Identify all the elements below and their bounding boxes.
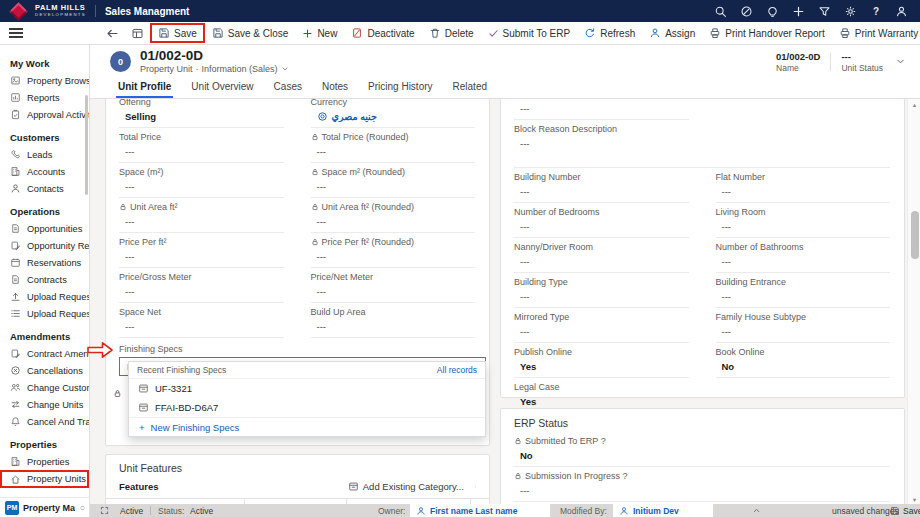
main-scrollbar[interactable]: ▲ ▼ xyxy=(907,99,920,505)
sidebar-item-reservations[interactable]: Reservations xyxy=(0,254,89,271)
more-vertical-icon[interactable] xyxy=(470,481,481,492)
field-value[interactable]: --- xyxy=(716,217,891,238)
save-and-close-button[interactable]: Save & Close xyxy=(205,22,296,44)
field-value-currency[interactable]: جنيه مصري xyxy=(311,107,476,128)
field-value[interactable]: --- xyxy=(514,287,689,308)
field-value[interactable]: --- xyxy=(311,282,476,303)
deactivate-button[interactable]: Deactivate xyxy=(344,22,421,44)
sidebar-item-upload-requests[interactable]: Upload Requests xyxy=(0,288,89,305)
tab-unit-profile[interactable]: Unit Profile xyxy=(108,78,181,99)
sidebar-scrollbar[interactable] xyxy=(85,95,88,195)
scroll-up-arrow[interactable]: ▲ xyxy=(908,99,920,110)
scrollbar-thumb[interactable] xyxy=(911,211,919,259)
field-value[interactable]: --- xyxy=(119,317,284,338)
sidebar-item-approval-activities[interactable]: Approval Activities xyxy=(0,106,89,123)
field-value[interactable]: --- xyxy=(119,142,284,163)
sidebar-item-properties[interactable]: Properties xyxy=(0,453,89,470)
lock-icon xyxy=(311,203,319,211)
sidebar-item-property-browser[interactable]: Property Browser xyxy=(0,72,89,89)
header-field-name: 01/002-0D Name xyxy=(776,51,820,73)
form-selector[interactable]: Information (Sales) xyxy=(202,64,278,74)
sidebar-item-upload-request-templates[interactable]: Upload Request T... xyxy=(0,305,89,322)
submit-to-erp-button[interactable]: Submit To ERP xyxy=(481,22,578,44)
field-value[interactable]: --- xyxy=(119,247,284,268)
footer-save-button[interactable]: Save xyxy=(890,504,920,517)
field-value[interactable]: --- xyxy=(514,322,689,343)
app-window: PALM HILLS DEVELOPMENTS Sales Managment … xyxy=(0,0,920,517)
circle-slash-icon[interactable] xyxy=(740,5,753,18)
search-icon[interactable] xyxy=(714,5,727,18)
save-button[interactable]: Save xyxy=(150,23,205,43)
field-value[interactable]: --- xyxy=(716,287,891,308)
lookup-result-uf-3321[interactable]: UF-3321 xyxy=(129,379,485,398)
sidebar-item-contacts[interactable]: Contacts xyxy=(0,180,89,197)
owner-link[interactable]: First name Last name xyxy=(430,506,517,516)
sidebar-item-cancellations[interactable]: Cancellations xyxy=(0,362,89,379)
delete-button[interactable]: Delete xyxy=(422,22,481,44)
lookup-result-ffai-bd-d6a7[interactable]: FFAI-BD-D6A7 xyxy=(129,398,485,417)
field-value-publish-online[interactable]: Yes xyxy=(514,357,689,378)
back-button[interactable] xyxy=(100,22,125,44)
add-existing-category-button[interactable]: Add Existing Category... xyxy=(348,481,464,492)
sidebar-item-opportunity-requests[interactable]: Opportunity Requ... xyxy=(0,237,89,254)
brand-logo[interactable]: PALM HILLS DEVELOPMENTS xyxy=(35,4,86,17)
gear-icon[interactable] xyxy=(844,5,857,18)
area-switcher[interactable]: PM Property Manage... xyxy=(0,497,90,517)
tab-related[interactable]: Related xyxy=(443,78,497,99)
field-value[interactable]: --- xyxy=(716,252,891,273)
field-value-block-reason[interactable]: --- xyxy=(514,134,890,168)
tab-cases[interactable]: Cases xyxy=(264,78,312,99)
print-handover-report-button[interactable]: Print Handover Report xyxy=(702,22,832,44)
assign-button[interactable]: Assign xyxy=(642,22,702,44)
details-section-card: --- Block Reason Description --- Buildin… xyxy=(500,99,905,398)
sidebar-item-contract-amendments[interactable]: Contract Amendm... xyxy=(0,345,89,362)
printer-icon xyxy=(839,27,851,39)
sidebar-item-cancel-and-transfer[interactable]: Cancel And Transf... xyxy=(0,413,89,430)
tab-pricing-history[interactable]: Pricing History xyxy=(358,78,442,99)
field-value[interactable]: --- xyxy=(514,217,689,238)
expand-icon[interactable] xyxy=(100,506,109,515)
field-value-offering[interactable]: Selling xyxy=(119,107,284,128)
field-value-partial[interactable]: --- xyxy=(514,99,689,120)
tab-notes[interactable]: Notes xyxy=(312,78,358,99)
collapse-caret-icon[interactable] xyxy=(752,506,761,515)
modified-by-link[interactable]: Initium Dev xyxy=(633,506,679,516)
filter-icon[interactable] xyxy=(818,5,831,18)
field-value[interactable]: --- xyxy=(119,282,284,303)
sidebar-item-contracts[interactable]: Contracts xyxy=(0,271,89,288)
header-expand-chevron-icon[interactable] xyxy=(895,56,906,67)
quick-create-plus-icon[interactable] xyxy=(792,5,805,18)
help-icon[interactable]: ? xyxy=(870,6,882,17)
sidebar-item-change-units[interactable]: Change Units xyxy=(0,396,89,413)
hamburger-menu-icon[interactable] xyxy=(9,26,23,40)
lightbulb-icon[interactable] xyxy=(766,5,779,18)
field-value[interactable]: --- xyxy=(716,182,891,203)
chevron-down-icon[interactable] xyxy=(281,65,289,73)
field-value-book-online[interactable]: No xyxy=(716,357,891,378)
sidebar-item-property-units[interactable]: Property Units xyxy=(0,470,89,488)
sidebar-item-reports[interactable]: Reports xyxy=(0,89,89,106)
refresh-button[interactable]: Refresh xyxy=(577,22,642,44)
sidebar-item-leads[interactable]: Leads xyxy=(0,146,89,163)
new-button[interactable]: New xyxy=(295,22,344,44)
tab-unit-overview[interactable]: Unit Overview xyxy=(181,78,263,99)
owner-field[interactable]: First name Last name xyxy=(410,504,550,517)
sidebar-item-accounts[interactable]: Accounts xyxy=(0,163,89,180)
field-label: Number of Bathrooms xyxy=(716,242,804,252)
field-value-submission-in-progress: --- xyxy=(514,481,890,502)
modified-by-field[interactable]: Initium Dev xyxy=(613,504,713,517)
record-set-button[interactable] xyxy=(125,22,150,44)
field-value[interactable]: --- xyxy=(716,322,891,343)
print-warranty-report-button[interactable]: Print Warranty Report xyxy=(832,22,920,44)
company-icon xyxy=(10,456,21,467)
field-value[interactable]: --- xyxy=(119,177,284,198)
field-value[interactable]: --- xyxy=(311,317,476,338)
field-value[interactable]: --- xyxy=(514,182,689,203)
field-value[interactable]: --- xyxy=(514,252,689,273)
sidebar-item-change-customers[interactable]: Change Customers xyxy=(0,379,89,396)
new-finishing-specs-button[interactable]: + New Finishing Specs xyxy=(129,417,485,436)
currency-link[interactable]: جنيه مصري xyxy=(332,111,377,122)
all-records-link[interactable]: All records xyxy=(437,365,477,375)
sidebar-item-opportunities[interactable]: Opportunities xyxy=(0,220,89,237)
account-person-icon[interactable] xyxy=(895,5,908,18)
